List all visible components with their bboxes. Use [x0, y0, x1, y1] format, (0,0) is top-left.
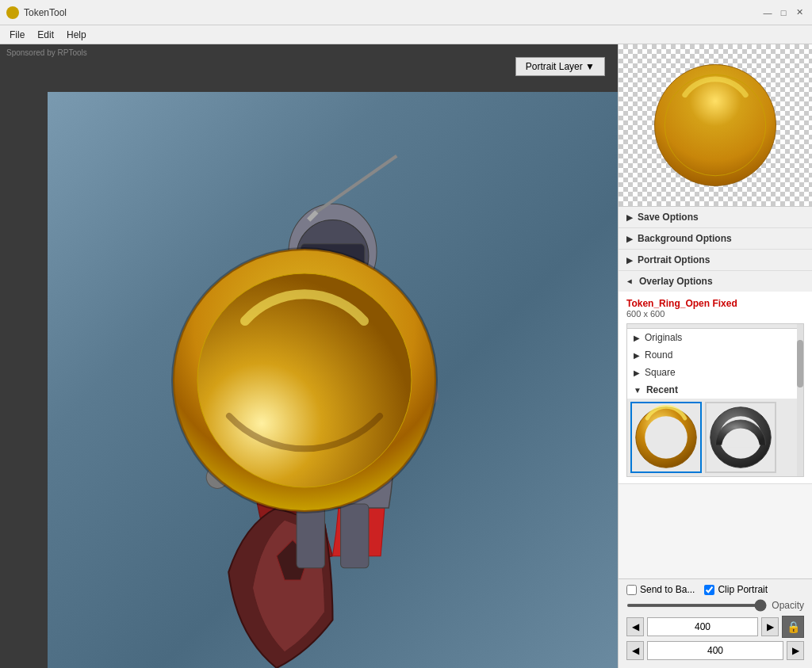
window-controls: — □ ✕ [761, 6, 806, 19]
originals-arrow: ▶ [634, 334, 640, 342]
overlay-dimensions: 600 x 600 [626, 309, 804, 319]
svg-point-26 [645, 416, 688, 459]
clip-portrait-text: Clip Portrait [718, 584, 768, 595]
save-options-arrow: ▶ [626, 213, 633, 222]
portrait-options-arrow: ▶ [626, 256, 633, 265]
list-scrollbar[interactable] [797, 324, 803, 476]
svg-rect-2 [301, 244, 365, 268]
stepper1-increment[interactable]: ▶ [761, 617, 779, 636]
recent-arrow: ▼ [634, 386, 642, 395]
scrollbar-thumb[interactable] [797, 340, 803, 387]
bottom-controls: Send to Ba... Clip Portrait Opacity ◀ 40… [619, 578, 812, 668]
checkbox-row: Send to Ba... Clip Portrait [626, 584, 804, 595]
stepper2-value[interactable]: 400 [647, 641, 783, 660]
right-panel: ▶ Save Options ▶ Background Options ▶ Po… [618, 44, 812, 668]
svg-point-23 [665, 75, 765, 175]
maximize-button[interactable]: □ [777, 6, 790, 19]
svg-point-11 [357, 296, 405, 327]
clip-portrait-checkbox[interactable] [704, 585, 714, 595]
send-to-background-text: Send to Ba... [640, 584, 695, 595]
menu-help[interactable]: Help [60, 28, 93, 42]
opacity-label: Opacity [772, 600, 804, 611]
minimize-button[interactable]: — [761, 6, 774, 19]
knight-illustration [48, 92, 618, 668]
portrait-options-section: ▶ Portrait Options [619, 250, 812, 271]
knight-canvas [48, 92, 618, 668]
stepper1-value[interactable]: 400 [647, 617, 758, 636]
svg-point-10 [261, 296, 309, 327]
menu-bar: File Edit Help [0, 25, 812, 44]
overlay-options-arrow: ▼ [626, 277, 634, 285]
menu-file[interactable]: File [3, 28, 31, 42]
svg-line-3 [316, 156, 396, 212]
preview-image [648, 58, 783, 193]
sponsored-text: Sponsored by RPTools [6, 48, 87, 57]
svg-rect-9 [341, 504, 369, 568]
overlay-content: Token_Ring_Open Fixed 600 x 600 ▶ Origin… [619, 292, 812, 483]
overlay-list-item-square[interactable]: ▶ Square [627, 364, 803, 381]
overlay-list[interactable]: ▶ Originals ▶ Round ▶ Square [626, 323, 804, 477]
square-label: Square [645, 367, 676, 378]
background-options-arrow: ▶ [626, 235, 633, 243]
overlay-list-item-recent[interactable]: ▼ Recent [627, 381, 803, 399]
menu-edit[interactable]: Edit [31, 28, 60, 42]
background-options-header[interactable]: ▶ Background Options [619, 228, 812, 249]
recent-label: Recent [646, 384, 678, 395]
send-to-background-checkbox[interactable] [626, 585, 637, 595]
stepper-row-2: ◀ 400 ▶ [626, 641, 804, 660]
background-options-section: ▶ Background Options [619, 228, 812, 250]
overlay-options-section: ▼ Overlay Options Token_Ring_Open Fixed … [619, 271, 812, 484]
main-layout: Portrait Layer ▼ [0, 44, 812, 668]
stepper1-decrement[interactable]: ◀ [626, 617, 644, 636]
thumbnail-ring-2-svg [707, 403, 775, 471]
lock-button[interactable]: 🔒 [782, 616, 804, 638]
background-options-label: Background Options [638, 233, 732, 244]
save-options-header[interactable]: ▶ Save Options [619, 207, 812, 227]
opacity-slider[interactable] [626, 604, 767, 607]
round-label: Round [645, 349, 672, 361]
thumbnail-ring-1-svg [632, 403, 700, 471]
stepper-row-1: ◀ 400 ▶ 🔒 [626, 616, 804, 638]
svg-rect-8 [297, 504, 324, 568]
thumbnail-grid [627, 399, 803, 476]
overlay-options-label: Overlay Options [639, 276, 713, 287]
thumbnail-dark-ring[interactable] [705, 402, 776, 473]
canvas-area: Portrait Layer ▼ [0, 44, 618, 668]
clip-portrait-label[interactable]: Clip Portrait [704, 584, 768, 595]
stepper2-increment[interactable]: ▶ [787, 641, 804, 660]
send-to-background-label[interactable]: Send to Ba... [626, 584, 695, 595]
portrait-options-label: Portrait Options [638, 254, 710, 265]
options-panel[interactable]: ▶ Save Options ▶ Background Options ▶ Po… [619, 207, 812, 578]
app-icon [6, 6, 19, 19]
stepper2-decrement[interactable]: ◀ [626, 641, 644, 660]
originals-label: Originals [645, 332, 682, 343]
title-bar: TokenTool — □ ✕ [0, 0, 812, 25]
preview-box [619, 44, 812, 207]
thumbnail-golden-ring[interactable] [630, 402, 702, 473]
close-button[interactable]: ✕ [793, 6, 806, 19]
overlay-filename: Token_Ring_Open Fixed [626, 298, 804, 309]
svg-point-5 [304, 328, 361, 400]
save-options-label: Save Options [638, 212, 699, 223]
round-arrow: ▶ [634, 351, 640, 360]
overlay-list-item-originals[interactable]: ▶ Originals [627, 329, 803, 346]
opacity-row: Opacity [626, 600, 804, 611]
portrait-layer-button[interactable]: Portrait Layer ▼ [515, 57, 605, 76]
overlay-list-item-round[interactable]: ▶ Round [627, 346, 803, 364]
portrait-options-header[interactable]: ▶ Portrait Options [619, 250, 812, 270]
save-options-section: ▶ Save Options [619, 207, 812, 228]
square-arrow: ▶ [634, 368, 640, 377]
overlay-options-header[interactable]: ▼ Overlay Options [619, 271, 812, 292]
title-text: TokenTool [24, 7, 761, 18]
